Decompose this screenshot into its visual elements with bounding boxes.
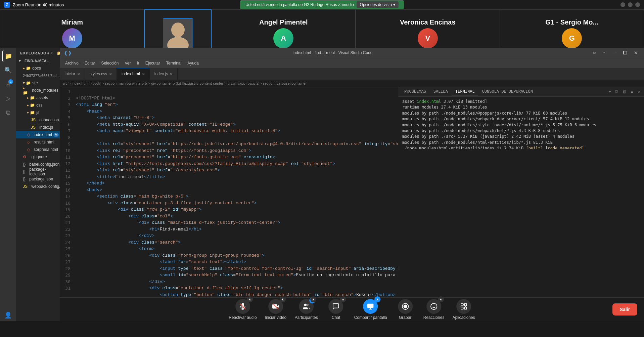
menu-editar[interactable]: Editar bbox=[82, 59, 98, 67]
terminal-tab-list: PROBLEMAS SALIDA TERMINAL CONSOLA DE DEP… bbox=[401, 88, 536, 95]
svg-rect-10 bbox=[368, 303, 374, 308]
tab-close-stylescss[interactable]: ✕ bbox=[109, 72, 112, 76]
menu-archivo[interactable]: Archivo bbox=[62, 59, 81, 67]
mute-chevron-icon[interactable]: ▲ bbox=[247, 296, 253, 302]
tree-file-connectionjs[interactable]: JS connection.js bbox=[16, 116, 60, 124]
options-label: Opciones de vista bbox=[360, 2, 392, 7]
tree-folder-js[interactable]: ▾ 📁 js bbox=[16, 109, 60, 116]
tree-file-indexjs[interactable]: JS index.js bbox=[16, 124, 60, 131]
vscode-close-button[interactable]: ✕ bbox=[632, 49, 640, 56]
leave-button[interactable]: Salir bbox=[612, 303, 637, 315]
term-line-8: modules by path ./node_modules/html-enti… bbox=[402, 140, 640, 145]
vscode-restore-button[interactable]: ⧠ bbox=[620, 49, 629, 56]
folder-icon-nodemodules: ▸ 📁 bbox=[23, 86, 31, 95]
breadcrumb-text: src > index.html > body > section.main.b… bbox=[62, 81, 307, 85]
sidebar-icon-git[interactable]: ⑃ 1 bbox=[2, 79, 14, 90]
tab-consoladepuracion[interactable]: CONSOLA DE DEPURACIÓN bbox=[479, 88, 536, 95]
terminal-split-icon[interactable]: ⧉ bbox=[614, 89, 619, 95]
terminal-trash-icon[interactable]: 🗑 bbox=[621, 89, 628, 95]
tree-folder-assets[interactable]: ▸ 📁 assets bbox=[16, 94, 60, 101]
chat-button[interactable]: ▲ Chat bbox=[326, 299, 346, 320]
participant-name-angel: Angel Pimentel bbox=[259, 18, 308, 26]
tab-salida[interactable]: SALIDA bbox=[430, 88, 451, 95]
menu-terminal[interactable]: Terminal bbox=[164, 59, 184, 67]
new-folder-icon[interactable]: 📁 bbox=[56, 50, 60, 56]
sidebar-icon-search[interactable]: 🔍 bbox=[2, 65, 14, 76]
reactions-chevron-icon[interactable]: ▲ bbox=[438, 296, 444, 302]
video-button[interactable]: ▲ Iniciar vídeo bbox=[265, 299, 287, 320]
tree-root[interactable]: ▾ FIND-A-MEAL bbox=[16, 57, 60, 65]
sidebar-icon-extensions[interactable]: ⧉ bbox=[2, 107, 14, 118]
menu-ver[interactable]: Ver bbox=[122, 59, 133, 67]
tab-close-indexhtml[interactable]: ✕ bbox=[142, 72, 145, 76]
video-chevron-icon[interactable]: ▲ bbox=[280, 296, 286, 302]
participant-name-veronica: Veronica Encinas bbox=[400, 18, 456, 26]
tree-file-sorpresahtml[interactable]: ◇ sorpresa.html bbox=[16, 146, 60, 153]
explorer-icons: + 📁 ↻ ⊟ bbox=[50, 50, 60, 56]
tab-indexjs[interactable]: index.js ✕ bbox=[150, 68, 178, 80]
tab-problemas[interactable]: PROBLEMAS bbox=[401, 88, 429, 95]
new-file-icon[interactable]: + bbox=[50, 50, 54, 56]
vscode-title-controls: ⧉ ⋯ ─ ⧠ ✕ bbox=[593, 49, 640, 56]
mute-button[interactable]: ▲ Reactivar audio bbox=[229, 299, 257, 320]
tab-terminal[interactable]: TERMINAL bbox=[452, 88, 478, 95]
more-actions-icon[interactable]: ⋯ bbox=[601, 51, 605, 55]
file-icon-packagelockjson: {} bbox=[23, 169, 26, 174]
explorer-header: EXPLORADOR + 📁 ↻ ⊟ bbox=[16, 48, 60, 57]
tree-file-packagejson[interactable]: {} package.json bbox=[16, 175, 60, 183]
participants-button[interactable]: 5 ▲ Participantes bbox=[294, 299, 318, 320]
participants-chevron-icon[interactable]: ▲ bbox=[310, 296, 316, 302]
sidebar-icon-debug[interactable]: ▷ bbox=[2, 93, 14, 104]
code-editor[interactable]: 12345 678910 1112131415 1617181920 21222… bbox=[60, 87, 644, 321]
minimize-button[interactable] bbox=[620, 2, 625, 7]
apps-button[interactable]: Aplicaciones bbox=[452, 299, 475, 320]
tab-iniciar[interactable]: Iniciar ✕ bbox=[60, 68, 85, 80]
term-line-5: modules by path ./node_modules/style-loa… bbox=[402, 122, 640, 128]
terminal-add-icon[interactable]: + bbox=[607, 89, 613, 95]
tab-indexhtml[interactable]: index.html ✕ bbox=[117, 68, 150, 80]
tree-file-indexhtml[interactable]: ◇ index.html M bbox=[16, 131, 60, 138]
options-button[interactable]: Opciones de vista ▾ bbox=[357, 1, 399, 8]
share-screen-button[interactable]: ▲ Compartir pantalla bbox=[354, 299, 387, 320]
maximize-button[interactable] bbox=[628, 2, 633, 7]
record-button[interactable]: Grabar bbox=[395, 299, 415, 320]
folder-icon-assets: ▸ 📁 bbox=[27, 95, 35, 100]
tree-file-packagelockjson[interactable]: {} package-lock.json bbox=[16, 168, 60, 175]
tab-close-indexjs[interactable]: ✕ bbox=[170, 72, 173, 76]
tab-close-iniciar[interactable]: ✕ bbox=[77, 72, 80, 76]
menu-ayuda[interactable]: Ayuda bbox=[185, 59, 201, 67]
file-icon-connectionjs: JS bbox=[31, 118, 36, 122]
share-chevron-icon[interactable]: ▲ bbox=[375, 296, 381, 302]
editor-area: 12345 678910 1112131415 1617181920 21222… bbox=[60, 87, 644, 321]
term-line-4: modules by path ./node_modules/webpack-d… bbox=[402, 116, 640, 122]
chat-chevron-icon[interactable]: ▲ bbox=[340, 296, 346, 302]
terminal-chevron-up-icon[interactable]: ▲ bbox=[629, 89, 635, 95]
sidebar-icon-account[interactable]: 👤 bbox=[2, 309, 14, 321]
tree-file-resultshtml[interactable]: ◇ results.html bbox=[16, 138, 60, 146]
zoom-logo: Z bbox=[4, 2, 10, 8]
tree-file-hash[interactable]: 24b37377a6653f3cd... bbox=[16, 72, 60, 79]
close-button[interactable] bbox=[635, 2, 640, 7]
menu-seleccion[interactable]: Selección bbox=[98, 59, 121, 67]
tab-stylescss[interactable]: styles.css ✕ bbox=[85, 68, 117, 80]
reactions-button[interactable]: ▲ Reacciones bbox=[423, 299, 445, 320]
code-content[interactable]: <!DOCTYPE html> <html lang="en"> <head> … bbox=[73, 87, 398, 321]
tree-folder-docs[interactable]: ▸ 📁 docs bbox=[16, 65, 60, 72]
tree-folder-nodemodules[interactable]: ▸ 📁 node_modules bbox=[16, 87, 60, 94]
tree-item-label: .gitignore bbox=[30, 155, 47, 159]
svg-rect-19 bbox=[461, 307, 463, 309]
split-editor-icon[interactable]: ⧉ bbox=[593, 51, 596, 55]
mute-icon: ▲ bbox=[235, 299, 250, 314]
sidebar-icon-explorer[interactable]: 📁 bbox=[2, 50, 14, 62]
reactions-label: Reacciones bbox=[423, 315, 445, 320]
tab-label-iniciar: Iniciar bbox=[64, 72, 75, 76]
tree-folder-css[interactable]: ▸ 📁 css bbox=[16, 101, 60, 109]
vscode-minimize-button[interactable]: ─ bbox=[610, 49, 618, 56]
file-icon-packagejson: {} bbox=[23, 177, 26, 181]
tree-file-gitignore[interactable]: ⚙ .gitignore bbox=[16, 153, 60, 161]
terminal-close-icon[interactable]: ✕ bbox=[636, 89, 641, 95]
menu-ir[interactable]: Ir bbox=[134, 59, 142, 67]
file-icon-resultshtml: ◇ bbox=[27, 140, 30, 144]
tree-file-webpackconfig[interactable]: JS webpack.config.js bbox=[16, 183, 60, 190]
menu-ejecutar[interactable]: Ejecutar bbox=[143, 59, 163, 67]
